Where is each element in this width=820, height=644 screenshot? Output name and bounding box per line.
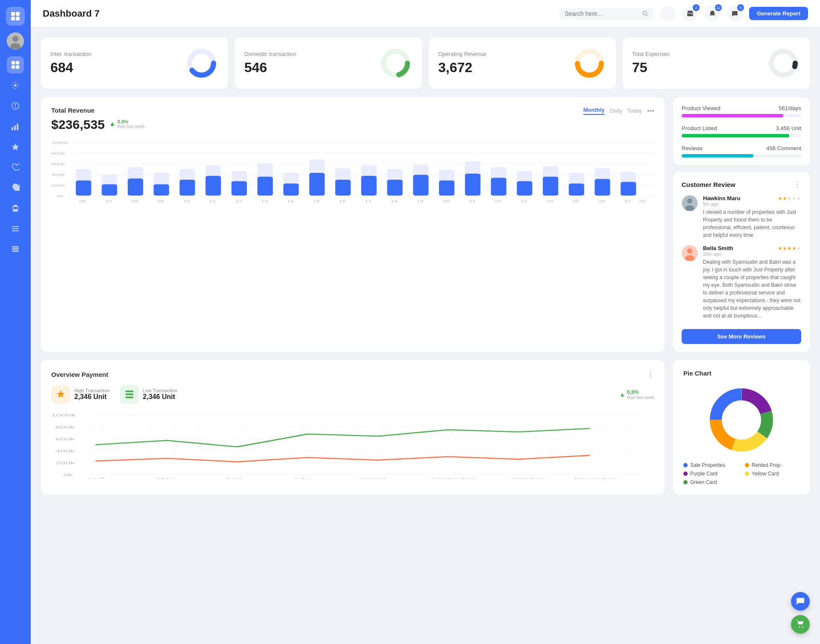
reviewer2-text: Dealing with Syamsudin and Bakri was a j…	[703, 258, 801, 320]
chat-icon	[731, 10, 738, 17]
notification-button[interactable]: 12	[705, 6, 720, 21]
tab-daily[interactable]: Daily	[610, 108, 622, 114]
metric1-bar	[682, 114, 783, 117]
charts-row: Total Revenue $236,535 ▲ 0.8% than last …	[41, 97, 810, 352]
legend-dot-yellow	[745, 472, 749, 476]
wallet-button[interactable]: 2	[682, 6, 698, 21]
tab-today[interactable]: Today	[627, 108, 642, 114]
svg-rect-66	[258, 177, 273, 195]
revenue-more-options[interactable]: •••	[647, 107, 654, 115]
svg-text:16: 16	[339, 199, 346, 203]
svg-rect-72	[335, 180, 351, 195]
svg-rect-22	[12, 228, 19, 229]
svg-text:September: September	[431, 477, 476, 479]
svg-text:600k: 600k	[51, 162, 65, 166]
legend-dot-purple	[683, 472, 688, 476]
overview-trend-icon: ▲	[619, 391, 625, 398]
legend-rented-prop: Rented Prop	[745, 462, 800, 468]
legend-dot-sale	[683, 463, 688, 467]
svg-rect-54	[102, 184, 117, 196]
svg-rect-56	[128, 178, 143, 195]
svg-rect-24	[12, 246, 19, 248]
search-box[interactable]	[559, 8, 653, 20]
svg-rect-68	[283, 184, 299, 195]
svg-text:17: 17	[365, 199, 372, 203]
sidebar-item-heart[interactable]	[7, 179, 24, 196]
svg-text:July: July	[293, 477, 309, 479]
card2-value: 546	[244, 60, 296, 76]
tab-monthly[interactable]: Monthly	[583, 107, 605, 115]
sidebar-item-heart-outline[interactable]	[7, 159, 24, 176]
svg-rect-23	[12, 230, 19, 231]
message-button[interactable]: 5	[727, 6, 742, 21]
reviewer2-name: Bella Smith	[703, 245, 733, 251]
legend-label-purple: Purple Card	[690, 471, 718, 477]
overview-title: Overview Payment	[51, 371, 108, 378]
revenue-title: Total Revenue	[51, 107, 145, 114]
overview-more-options[interactable]: ⋮	[647, 370, 654, 379]
fab-cart-button[interactable]	[791, 615, 810, 634]
svg-text:23: 23	[520, 199, 527, 203]
sidebar-item-analytics[interactable]	[7, 118, 24, 135]
legend-label-rented: Rented Prop	[752, 462, 780, 468]
sidebar-item-dashboard[interactable]	[7, 56, 24, 73]
generate-report-button[interactable]: Generate Report	[749, 7, 808, 20]
svg-text:14: 14	[287, 199, 294, 203]
svg-text:0k: 0k	[63, 473, 73, 477]
sidebar-item-list[interactable]	[7, 241, 24, 258]
low-transaction-icon	[120, 385, 139, 404]
card4-label: Total Expenses	[632, 51, 670, 57]
header-right: 2 12 5 Generate Report	[559, 6, 808, 21]
reviewer2-stars: ★★★★★	[778, 245, 801, 251]
sidebar-item-print[interactable]	[7, 200, 24, 217]
legend-purple-card: Purple Card	[683, 471, 738, 477]
svg-text:26: 26	[598, 199, 606, 203]
svg-point-14	[15, 104, 16, 105]
revenue-card: Total Revenue $236,535 ▲ 0.8% than last …	[41, 97, 665, 352]
sidebar-item-settings[interactable]	[7, 77, 24, 94]
svg-rect-30	[691, 13, 693, 15]
card3-value: 3,672	[438, 60, 486, 76]
svg-rect-0	[11, 12, 15, 16]
svg-rect-76	[387, 180, 402, 195]
sidebar-item-info[interactable]	[7, 97, 24, 114]
card3-donut	[572, 46, 606, 80]
review-more-options[interactable]: ⋮	[794, 180, 801, 189]
search-input[interactable]	[565, 10, 639, 17]
see-more-reviews-button[interactable]: See More Reviews	[682, 329, 801, 344]
svg-point-27	[643, 11, 647, 15]
svg-text:24: 24	[546, 199, 554, 203]
dark-mode-toggle[interactable]	[660, 6, 676, 21]
high-transaction-icon	[51, 385, 70, 404]
svg-rect-78	[413, 175, 428, 195]
metrics-panel: Product Viewed 561/days Product Listed 3…	[673, 97, 810, 165]
sidebar-item-menu[interactable]	[7, 220, 24, 237]
svg-text:200k: 200k	[55, 461, 75, 465]
svg-point-151	[802, 627, 804, 628]
legend-yellow-card: Yellow Card	[745, 471, 800, 477]
metric-product-viewed: Product Viewed 561/days	[682, 105, 801, 117]
svg-marker-18	[12, 143, 19, 150]
search-icon	[642, 10, 648, 17]
high-transaction-chip: High Transaction 2,346 Unit	[51, 385, 110, 404]
sidebar	[0, 0, 31, 644]
svg-rect-26	[12, 251, 19, 252]
legend-label-sale: Sale Properties	[690, 462, 725, 468]
svg-text:20: 20	[442, 199, 450, 203]
fab-chat-button[interactable]	[791, 592, 810, 611]
svg-text:200k: 200k	[51, 184, 65, 187]
low-transaction-chip: Low Transaction 2,346 Unit	[120, 385, 177, 404]
stat-cards-row: Inter. transaction 684 Domestic transact…	[41, 38, 810, 89]
high-transaction-value: 2,346 Unit	[74, 393, 110, 401]
sidebar-item-favorites[interactable]	[7, 138, 24, 155]
svg-text:August: August	[358, 477, 387, 479]
sidebar-logo[interactable]	[6, 7, 25, 26]
svg-point-150	[799, 627, 800, 628]
svg-rect-82	[465, 174, 480, 196]
reviewer1-text: I viewed a number of properties with Jus…	[703, 208, 801, 239]
revenue-badge-label: than last week	[117, 124, 145, 129]
svg-rect-19	[13, 209, 18, 212]
svg-rect-21	[12, 226, 19, 227]
stat-card-domestic-transaction: Domestic transaction 546	[235, 38, 422, 89]
user-avatar[interactable]	[7, 32, 24, 50]
